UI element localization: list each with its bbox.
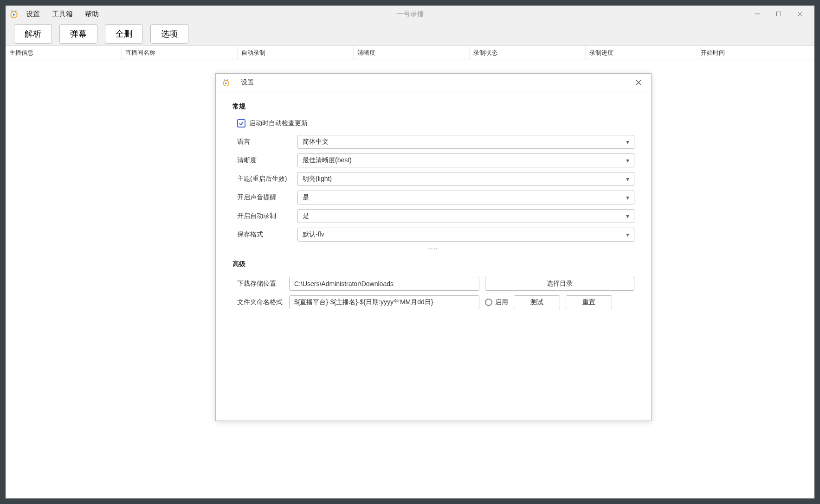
app-title: 一号录播 — [396, 10, 424, 19]
close-button[interactable] — [789, 7, 811, 21]
reset-button[interactable]: 重置 — [566, 295, 612, 309]
enable-radio[interactable] — [485, 299, 492, 306]
dialog-logo-icon — [221, 78, 231, 87]
section-advanced-title: 高级 — [232, 260, 634, 268]
options-button[interactable]: 选项 — [150, 24, 188, 44]
enable-radio-group: 启用 — [485, 298, 508, 306]
theme-select[interactable]: 明亮(light) ▾ — [297, 172, 634, 186]
quality-label: 清晰度 — [237, 156, 297, 165]
delete-all-button[interactable]: 全删 — [105, 24, 143, 44]
dialog-title: 设置 — [241, 78, 254, 87]
col-room-name[interactable]: 直播间名称 — [122, 46, 238, 59]
auto-record-value: 是 — [303, 212, 309, 220]
chevron-down-icon: ▾ — [626, 194, 629, 201]
col-anchor-info[interactable]: 主播信息 — [6, 46, 122, 59]
toolbar: 解析 弹幕 全删 选项 — [6, 22, 814, 45]
window-controls — [747, 7, 811, 21]
language-value: 简体中文 — [303, 138, 329, 146]
app-window: 设置 工具箱 帮助 一号录播 解析 弹幕 全删 选项 主播信息 直播间名称 自动… — [6, 6, 814, 498]
chevron-down-icon: ▾ — [626, 175, 629, 183]
table-header: 主播信息 直播间名称 自动录制 清晰度 录制状态 录制进度 开始时间 — [6, 45, 814, 59]
settings-dialog: 设置 常规 启动时自动检查更新 语言 简体中文 ▾ — [215, 73, 652, 421]
section-general-title: 常规 — [232, 102, 634, 111]
chevron-down-icon: ▾ — [626, 157, 629, 164]
app-logo-icon — [9, 9, 19, 19]
menu-settings[interactable]: 设置 — [24, 9, 42, 19]
content-area: 设置 常规 启动时自动检查更新 语言 简体中文 ▾ — [6, 59, 814, 498]
sound-value: 是 — [303, 193, 309, 202]
check-update-row: 启动时自动检查更新 — [232, 119, 634, 128]
resize-grip-icon[interactable]: •••• — [428, 246, 439, 251]
sound-select[interactable]: 是 ▾ — [297, 191, 634, 204]
format-select[interactable]: 默认-flv ▾ — [297, 228, 634, 242]
maximize-button[interactable] — [768, 7, 789, 21]
download-path-label: 下载存储位置 — [237, 280, 284, 288]
auto-record-select[interactable]: 是 ▾ — [297, 209, 634, 223]
folder-format-input[interactable] — [289, 295, 479, 309]
format-label: 保存格式 — [237, 230, 297, 239]
chevron-down-icon: ▾ — [626, 138, 629, 146]
menubar: 设置 工具箱 帮助 — [24, 9, 101, 19]
col-auto-record[interactable]: 自动录制 — [238, 46, 354, 59]
svg-rect-2 — [777, 12, 781, 16]
col-quality[interactable]: 清晰度 — [354, 46, 470, 59]
language-select[interactable]: 简体中文 ▾ — [297, 135, 634, 149]
choose-dir-button[interactable]: 选择目录 — [485, 277, 634, 291]
enable-label: 启用 — [495, 298, 508, 306]
dialog-body: 常规 启动时自动检查更新 语言 简体中文 ▾ 清晰度 — [216, 91, 651, 421]
theme-value: 明亮(light) — [303, 175, 332, 183]
col-start-time[interactable]: 开始时间 — [697, 46, 814, 59]
col-record-progress[interactable]: 录制进度 — [586, 46, 697, 59]
check-update-label: 启动时自动检查更新 — [249, 119, 308, 128]
col-record-status[interactable]: 录制状态 — [470, 46, 586, 59]
quality-select[interactable]: 最佳清晰度(best) ▾ — [297, 153, 634, 167]
chevron-down-icon: ▾ — [626, 212, 629, 220]
menu-help[interactable]: 帮助 — [83, 9, 101, 19]
download-path-input[interactable] — [289, 277, 479, 291]
titlebar: 设置 工具箱 帮助 一号录播 — [6, 6, 814, 22]
menu-toolbox[interactable]: 工具箱 — [50, 9, 75, 19]
auto-record-label: 开启自动录制 — [237, 212, 297, 220]
folder-format-label: 文件夹命名格式 — [237, 298, 284, 306]
chevron-down-icon: ▾ — [626, 231, 629, 238]
parse-button[interactable]: 解析 — [14, 24, 52, 44]
check-update-checkbox[interactable] — [237, 119, 245, 128]
minimize-button[interactable] — [747, 7, 768, 21]
format-value: 默认-flv — [303, 230, 324, 239]
dialog-close-button[interactable] — [632, 76, 646, 89]
dialog-titlebar: 设置 — [216, 74, 651, 91]
test-button[interactable]: 测试 — [514, 295, 560, 309]
theme-label: 主题(重启后生效) — [237, 175, 297, 183]
quality-value: 最佳清晰度(best) — [303, 156, 352, 165]
language-label: 语言 — [237, 138, 297, 146]
sound-label: 开启声音提醒 — [237, 193, 297, 202]
danmu-button[interactable]: 弹幕 — [59, 24, 97, 44]
